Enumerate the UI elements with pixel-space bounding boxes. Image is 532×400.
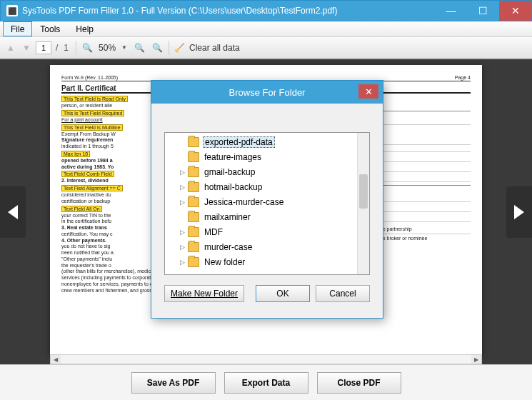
close-pdf-button[interactable]: Close PDF [317,372,401,394]
folder-label: Jessica-murder-case [203,197,285,207]
folder-item[interactable]: ▷MDF [165,224,357,239]
folder-label: murder-case [203,242,254,252]
zoom-dropdown[interactable]: ▼ [121,44,127,51]
scroll-right-button[interactable]: ▶ [471,355,481,364]
page-total: 1 [62,43,70,53]
folder-item[interactable]: ▷hotmail-backup [165,179,357,194]
cancel-button[interactable]: Cancel [316,285,370,302]
expand-icon[interactable]: ▷ [178,184,186,191]
folder-icon [188,167,199,177]
zoom-fit-icon[interactable]: 🔍 [152,43,163,53]
dialog-title: Browse For Folder ✕ [151,81,383,104]
folder-item[interactable]: ▷Jessica-murder-case [165,194,357,209]
form-id: Form W-9 (Rev. 11-2005) [61,75,118,80]
folder-item[interactable]: mailxaminer [165,209,357,224]
expand-icon[interactable]: ▷ [178,169,186,176]
folder-icon [188,212,199,222]
folder-icon [188,137,199,147]
save-as-pdf-button[interactable]: Save As PDF [131,372,216,394]
maximize-button[interactable]: ☐ [467,1,499,21]
bottom-toolbar: Save As PDF Export Data Close PDF [0,364,532,400]
folder-label: MDF [203,227,224,237]
field-maxlen[interactable]: Max len 10 [61,151,90,157]
folder-tree[interactable]: exported-pdf-datafeature-images▷gmail-ba… [164,132,370,275]
next-page-nav[interactable] [506,186,532,238]
folder-item[interactable]: exported-pdf-data [165,134,357,149]
menu-file[interactable]: File [3,21,32,36]
tree-scrollbar[interactable] [357,133,369,274]
minimize-button[interactable]: — [435,1,467,21]
part-title: Part II. Certificat [61,84,116,92]
folder-item[interactable]: ▷gmail-backup [165,164,357,179]
folder-icon [188,257,199,267]
folder-label: New folder [203,257,246,267]
expand-icon[interactable]: ▷ [178,259,186,266]
ok-button[interactable]: OK [256,285,310,302]
page-number-label: Page 4 [455,75,471,80]
folder-icon [188,182,199,192]
titlebar: ⬛ SysTools PDF Form Filler 1.0 - Full Ve… [0,0,532,21]
app-icon: ⬛ [6,5,18,16]
field-readonly[interactable]: This Text Field is Read Only [61,96,128,102]
scroll-left-button[interactable]: ◀ [51,355,61,364]
next-arrow-icon [514,205,524,219]
zoom-in-icon[interactable]: 🔍 [134,43,145,53]
zoom-out-icon[interactable]: 🔍 [82,43,93,53]
separator [169,41,169,55]
toolbar: ▲ ▼ 1 / 1 🔍 50% ▼ 🔍 🔍 🧹 Clear all data [0,37,532,59]
text-line: The broker or nominee [377,236,471,242]
folder-item[interactable]: ▷murder-case [165,239,357,254]
folder-label: mailxaminer [203,212,252,222]
scrollbar-thumb[interactable] [359,174,368,209]
field-align[interactable]: Text Field Alignment == C [61,185,123,191]
scroll-track[interactable] [61,355,471,364]
expand-icon[interactable]: ▷ [178,229,186,236]
folder-icon [188,152,199,162]
field-multiline[interactable]: This Text Field is Multiline [61,124,123,131]
prev-arrow-icon [8,205,18,219]
dialog-title-text: Browse For Folder [229,87,306,98]
folder-label: gmail-backup [203,167,256,177]
folder-label: hotmail-backup [203,182,264,192]
folder-item[interactable]: ▷New folder [165,254,357,269]
zoom-level: 50% [96,43,119,53]
page-up-button[interactable]: ▲ [4,41,17,54]
field-required[interactable]: This is Text Field Required [61,110,124,116]
expand-icon[interactable]: ▷ [178,199,186,206]
export-data-button[interactable]: Export Data [224,372,308,394]
expand-icon[interactable]: ▷ [178,244,186,251]
prev-page-nav[interactable] [0,186,26,238]
page-slash: / [54,43,59,53]
clear-all-data-button[interactable]: Clear all data [189,43,240,53]
folder-icon [188,227,199,237]
folder-label: exported-pdf-data [203,136,275,148]
folder-icon [188,197,199,207]
menu-tools[interactable]: Tools [32,21,68,36]
menubar: File Tools Help [0,21,532,37]
folder-item[interactable]: feature-images [165,149,357,164]
folder-icon [188,242,199,252]
make-new-folder-button[interactable]: Make New Folder [164,285,244,302]
horizontal-scrollbar[interactable]: ◀ ▶ [50,354,482,364]
page-down-button[interactable]: ▼ [20,41,33,54]
page-current-input[interactable]: 1 [36,41,51,54]
menu-help[interactable]: Help [68,21,101,36]
folder-label: feature-images [203,152,263,162]
clear-icon[interactable]: 🧹 [175,43,185,53]
close-button[interactable]: ✕ [499,1,531,21]
field-comb[interactable]: Text Field Comb Field [61,171,114,177]
window-title: SysTools PDF Form Filler 1.0 - Full Vers… [22,6,435,16]
separator [76,41,76,55]
text-line: The partnership [377,226,471,233]
field-all-on[interactable]: Text Field All On [61,206,102,212]
browse-folder-dialog: Browse For Folder ✕ exported-pdf-datafea… [151,80,383,319]
dialog-close-button[interactable]: ✕ [358,84,378,99]
